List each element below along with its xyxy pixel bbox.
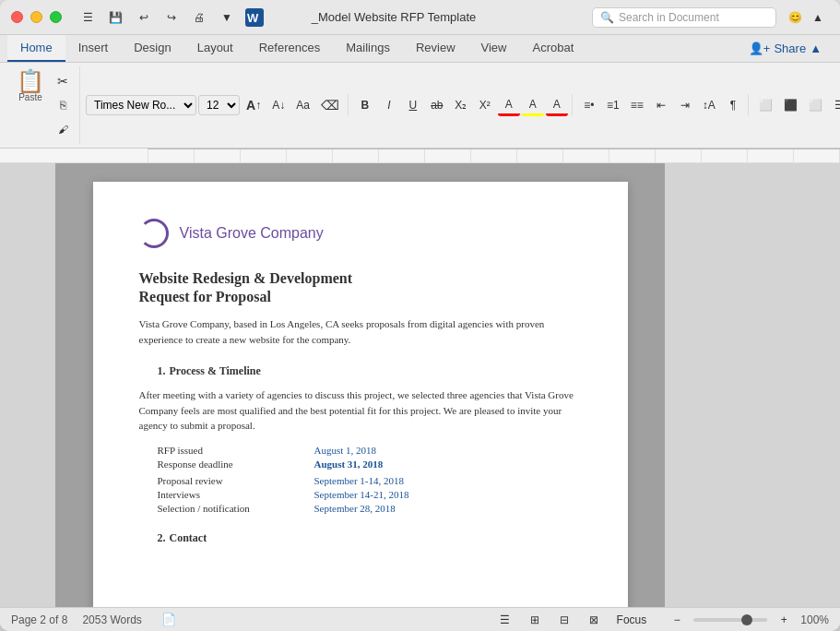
timeline-label-4: Selection / notification xyxy=(158,503,278,514)
user-account-button[interactable]: 😊 xyxy=(784,6,807,29)
document-title-line2: Request for Proposal xyxy=(139,289,582,305)
sidebar-toggle-button[interactable]: ☰ xyxy=(77,6,99,29)
timeline-date-2: September 1-14, 2018 xyxy=(314,475,404,486)
font-family-selector[interactable]: Times New Ro... xyxy=(86,95,196,115)
status-icons: ☰ ⊞ ⊟ ⊠ Focus xyxy=(494,609,652,631)
copy-button[interactable]: ⎘ xyxy=(52,94,74,116)
multilevel-list-button[interactable]: ≡≡ xyxy=(626,94,648,116)
left-margin xyxy=(0,163,55,607)
redo-button[interactable]: ↪ xyxy=(160,6,183,29)
view-normal-button[interactable]: ☰ xyxy=(494,609,516,631)
share-icon: 👤+ xyxy=(749,42,771,55)
tab-view[interactable]: View xyxy=(468,35,520,62)
clipboard-group: 📋 Paste ✂ ⎘ 🖌 xyxy=(7,66,80,144)
tab-layout[interactable]: Layout xyxy=(184,35,246,62)
bullets-button[interactable]: ≡• xyxy=(578,94,600,116)
section2-title: Contact xyxy=(170,531,207,544)
underline-button[interactable]: U xyxy=(402,94,424,116)
zoom-thumb xyxy=(741,614,752,625)
page-info: Page 2 of 8 xyxy=(11,613,67,626)
tab-references[interactable]: References xyxy=(246,35,333,62)
increase-indent-button[interactable]: ⇥ xyxy=(674,94,696,116)
minimize-button[interactable] xyxy=(30,11,42,23)
format-group: B I U ab X₂ X² A A A xyxy=(350,94,573,116)
word-count-button[interactable]: 📄 xyxy=(157,609,181,631)
undo-button[interactable]: ↩ xyxy=(133,6,155,29)
company-name: Vista Grove Company xyxy=(180,225,324,242)
timeline-date-3: September 14-21, 2018 xyxy=(314,489,409,500)
toolbar: 📋 Paste ✂ ⎘ 🖌 Times New Ro... 12 A↑ A xyxy=(0,63,840,148)
tab-insert[interactable]: Insert xyxy=(65,35,122,62)
text-color-button[interactable]: A xyxy=(498,94,520,116)
view-web-button[interactable]: ⊠ xyxy=(583,609,605,631)
tab-design[interactable]: Design xyxy=(121,35,183,62)
timeline-label-2: Proposal review xyxy=(158,475,278,486)
tab-review[interactable]: Review xyxy=(403,35,468,62)
align-left-button[interactable]: ⬜ xyxy=(754,94,777,116)
paste-button[interactable]: 📋 Paste xyxy=(11,68,50,142)
font-color-button[interactable]: A xyxy=(546,94,568,116)
align-right-button[interactable]: ⬜ xyxy=(804,94,827,116)
ruler-inner xyxy=(148,149,840,162)
save-button[interactable]: 💾 xyxy=(104,6,127,29)
zoom-control: − + 100% xyxy=(666,609,829,631)
strikethrough-button[interactable]: ab xyxy=(426,94,448,116)
align-center-button[interactable]: ⬛ xyxy=(779,94,802,116)
expand-button[interactable]: ▲ xyxy=(807,6,829,29)
alignment-group: ⬜ ⬛ ⬜ ☰ ↕ 🎨 ⊞ xyxy=(751,94,840,116)
subscript-button[interactable]: X₂ xyxy=(450,94,472,116)
timeline-row-0: RFP issued August 1, 2018 xyxy=(158,445,582,456)
ribbon: Home Insert Design Layout References Mai… xyxy=(0,35,840,149)
section1-body: After meeting with a variety of agencies… xyxy=(139,387,582,434)
change-case-button[interactable]: Aa xyxy=(291,94,314,116)
maximize-button[interactable] xyxy=(50,11,62,23)
font-group: Times New Ro... 12 A↑ A↓ Aa ⌫ xyxy=(82,94,349,116)
share-chevron-icon: ▲ xyxy=(810,42,822,55)
timeline-date-0: August 1, 2018 xyxy=(314,445,377,456)
section1-header: 1. Process & Timeline xyxy=(139,362,582,378)
zoom-slider[interactable] xyxy=(693,618,767,622)
font-size-selector[interactable]: 12 xyxy=(198,95,240,115)
cut-button[interactable]: ✂ xyxy=(52,70,74,92)
timeline-row-3: Interviews September 14-21, 2018 xyxy=(158,489,582,500)
focus-button[interactable]: Focus xyxy=(612,609,652,631)
format-painter-button[interactable]: 🖌 xyxy=(52,118,74,140)
section2-header: 2. Contact xyxy=(139,529,582,545)
show-formatting-button[interactable]: ¶ xyxy=(722,94,744,116)
zoom-in-button[interactable]: + xyxy=(773,609,795,631)
statusbar: Page 2 of 8 2053 Words 📄 ☰ ⊞ ⊟ ⊠ Focus −… xyxy=(0,607,840,631)
close-button[interactable] xyxy=(11,11,23,23)
company-header: Vista Grove Company xyxy=(139,219,582,248)
view-grid-button[interactable]: ⊟ xyxy=(553,609,575,631)
zoom-out-button[interactable]: − xyxy=(666,609,688,631)
italic-button[interactable]: I xyxy=(378,94,400,116)
search-box[interactable]: 🔍 Search in Document xyxy=(592,7,776,28)
timeline-row-4: Selection / notification September 28, 2… xyxy=(158,503,582,514)
search-icon: 🔍 xyxy=(600,11,614,24)
tab-acrobat[interactable]: Acrobat xyxy=(519,35,586,62)
paste-label: Paste xyxy=(18,92,42,102)
tab-mailings[interactable]: Mailings xyxy=(333,35,403,62)
timeline-table: RFP issued August 1, 2018 Response deadl… xyxy=(158,445,582,514)
timeline-date-1: August 31, 2018 xyxy=(314,458,384,470)
highlight-button[interactable]: A xyxy=(522,94,544,116)
share-button[interactable]: 👤+ Share ▲ xyxy=(738,35,833,62)
search-placeholder: Search in Document xyxy=(619,11,719,24)
numbering-button[interactable]: ≡1 xyxy=(602,94,624,116)
font-shrink-button[interactable]: A↓ xyxy=(267,94,290,116)
sort-button[interactable]: ↕A xyxy=(698,94,720,116)
section1-number: 1. xyxy=(158,364,166,377)
view-layout-button[interactable]: ⊞ xyxy=(524,609,546,631)
section2-number: 2. xyxy=(158,531,166,544)
clear-formatting-button[interactable]: ⌫ xyxy=(316,94,344,116)
paste-icon: 📋 xyxy=(17,70,44,92)
font-grow-button[interactable]: A↑ xyxy=(242,94,266,116)
tab-home[interactable]: Home xyxy=(7,35,65,62)
titlebar: ☰ 💾 ↩ ↪ 🖨 ▼ W _Model Website RFP Templat… xyxy=(0,0,840,35)
justify-button[interactable]: ☰ xyxy=(829,94,840,116)
superscript-button[interactable]: X² xyxy=(474,94,496,116)
traffic-lights xyxy=(11,11,62,23)
decrease-indent-button[interactable]: ⇤ xyxy=(650,94,672,116)
document-container[interactable]: Vista Grove Company Website Redesign & D… xyxy=(55,163,665,607)
bold-button[interactable]: B xyxy=(354,94,376,116)
